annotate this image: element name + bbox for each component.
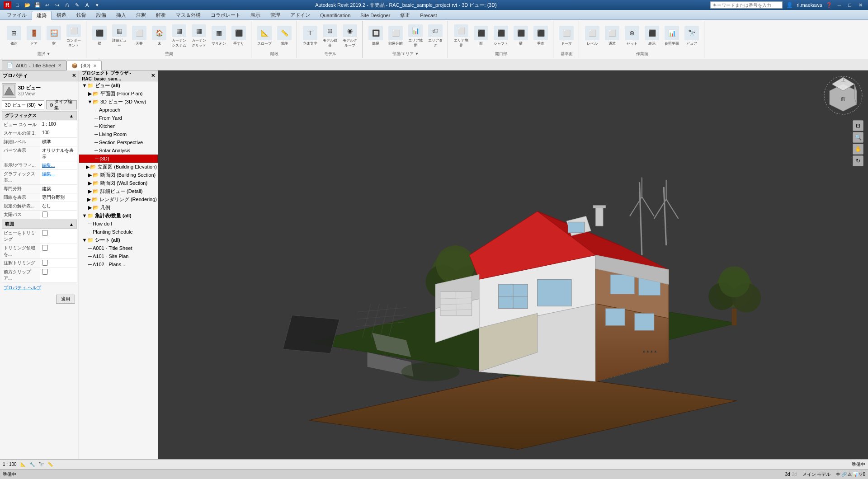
ribbon-btn-カーテングリッド[interactable]: ▦カーテングリッド <box>189 23 208 49</box>
ribbon-btn-室[interactable]: 🪟室 <box>44 23 63 49</box>
ribbon-btn-垂直[interactable]: ⬛垂直 <box>531 23 550 49</box>
tab-設備[interactable]: 設備 <box>91 10 111 19</box>
tab-Quantification[interactable]: Quantification <box>315 10 355 19</box>
property-help-link[interactable]: プロパティ ヘルプ <box>2 283 77 293</box>
tab-解析[interactable]: 解析 <box>151 10 171 19</box>
ribbon-btn-詳細ビュー[interactable]: ▦詳細ビュー <box>110 23 129 49</box>
tree-fromyard[interactable]: ─ From Yard <box>79 114 158 122</box>
ribbon-btn-手すり[interactable]: ⬛手すり <box>229 23 248 49</box>
ribbon-btn-カーテンシステム[interactable]: ▦カーテンシステム <box>170 23 189 49</box>
prop-value[interactable] <box>40 211 77 219</box>
prop-value[interactable] <box>40 268 77 282</box>
tree-kitchen[interactable]: ─ Kitchen <box>79 122 158 130</box>
ribbon-btn-エリア境界[interactable]: ⬜エリア境界 <box>452 23 471 49</box>
qa-undo[interactable]: ↩ <box>43 1 52 9</box>
tree-schedules-root[interactable]: ▼ 📁 集計表/数量 (all) <box>79 211 158 220</box>
prop-value[interactable]: 専門分野別 <box>40 193 77 202</box>
trim-region-checkbox[interactable] <box>42 245 48 251</box>
tab-コラボレート[interactable]: コラボレート <box>206 10 245 19</box>
tree-3dview[interactable]: ▼ 📂 3D ビュー (3D View) <box>79 98 158 106</box>
tab-構造[interactable]: 構造 <box>52 10 71 19</box>
prop-value[interactable]: 100 <box>40 129 77 137</box>
tab-close[interactable]: ✕ <box>58 63 61 68</box>
tab-修正[interactable]: 修正 <box>395 10 415 19</box>
tab-アドイン[interactable]: アドイン <box>285 10 315 19</box>
apply-btn[interactable]: 適用 <box>56 295 75 304</box>
tree-3d-current[interactable]: ─ {3D} <box>79 155 158 163</box>
ribbon-btn-部屋分離[interactable]: ⬜部屋分離 <box>386 23 405 49</box>
tab-Precast[interactable]: Precast <box>415 10 442 19</box>
ribbon-btn-コンポーネント[interactable]: ⬜コンポーネント <box>64 23 83 49</box>
tab-鉄骨[interactable]: 鉄骨 <box>71 10 91 19</box>
ribbon-btn-スロープ[interactable]: 📐スロープ <box>255 23 274 49</box>
qa-print[interactable]: ⎙ <box>63 1 72 9</box>
tab-ファイル[interactable]: ファイル <box>2 10 32 19</box>
annotation-trim-checkbox[interactable] <box>42 260 48 266</box>
tree-a101[interactable]: ─ A101 - Site Plan <box>79 252 158 260</box>
tree-wallsection[interactable]: ▶ 📂 断面図 (Wall Section) <box>79 179 158 187</box>
ribbon-btn-マリオン[interactable]: ▦マリオン <box>209 23 228 49</box>
ribbon-btn-レベル[interactable]: ⬜レベル <box>583 23 602 49</box>
tree-a102[interactable]: ─ A102 - Plans... <box>79 260 158 268</box>
graphics-category[interactable]: グラフィックス ▲ <box>2 111 77 120</box>
search-input[interactable] <box>710 1 783 9</box>
ribbon-btn-床[interactable]: 🏠床 <box>150 23 169 49</box>
tree-approach[interactable]: ─ Approach <box>79 106 158 114</box>
doc-tab-A001 - Title Sheet[interactable]: 📄A001 - Title Sheet✕ <box>2 60 66 70</box>
properties-close-btn[interactable]: ✕ <box>72 73 76 79</box>
doc-tab-{3D}[interactable]: 📦{3D}✕ <box>66 61 101 70</box>
qa-open[interactable]: 📂 <box>23 1 32 9</box>
qa-new[interactable]: □ <box>13 1 22 9</box>
tree-floorplan[interactable]: ▶ 📂 平面図 (Floor Plan) <box>79 89 158 98</box>
tab-Site Designer[interactable]: Site Designer <box>355 10 395 19</box>
ribbon-btn-階段[interactable]: 📏階段 <box>275 23 294 49</box>
ribbon-btn-壁[interactable]: ⬛壁 <box>511 23 530 49</box>
prop-value-link[interactable]: 編集... <box>40 161 77 169</box>
tree-rendering[interactable]: ▶ 📂 レンダリング (Rendering) <box>79 195 158 203</box>
tree-livingroom[interactable]: ─ Living Room <box>79 130 158 138</box>
ribbon-btn-面[interactable]: ⬛面 <box>472 23 491 49</box>
ribbon-btn-セット[interactable]: ⊕セット <box>623 23 642 49</box>
prop-value-link[interactable]: 編集... <box>40 170 77 184</box>
prop-value[interactable]: 1 : 100 <box>40 121 77 129</box>
prop-value[interactable]: 建築 <box>40 185 77 193</box>
prop-value[interactable]: オリジナルを表示 <box>40 146 77 161</box>
prop-value[interactable] <box>40 229 77 244</box>
ribbon-btn-ビュア[interactable]: 🔭ビュア <box>682 23 701 49</box>
front-clip-checkbox[interactable] <box>42 269 48 275</box>
qa-dropdown[interactable]: ▾ <box>93 1 102 9</box>
ribbon-btn-壁[interactable]: ⬛壁 <box>90 23 109 49</box>
ribbon-btn-ドア[interactable]: 🚪ドア <box>24 23 43 49</box>
tree-detail[interactable]: ▶ 📂 詳細ビュー (Detail) <box>79 187 158 195</box>
tree-a001[interactable]: ─ A001 - Title Sheet <box>79 244 158 252</box>
ribbon-btn-エリア境界[interactable]: 📊エリア境界 <box>406 23 425 49</box>
ribbon-btn-参照平面[interactable]: 📊参照平面 <box>662 23 681 49</box>
sun-path-checkbox[interactable] <box>42 211 48 217</box>
tree-buildingsection[interactable]: ▶ 📂 断面図 (Building Section) <box>79 171 158 179</box>
project-browser-close[interactable]: ✕ <box>151 73 155 79</box>
qa-extra[interactable]: A <box>83 1 92 9</box>
qa-redo[interactable]: ↪ <box>53 1 62 9</box>
minimize-btn[interactable]: ─ <box>836 2 843 8</box>
ribbon-btn-シャフト[interactable]: ⬛シャフト <box>491 23 510 49</box>
ribbon-btn-部屋[interactable]: 🔲部屋 <box>366 23 385 49</box>
zoom-to-fit-btn[interactable]: ⊡ <box>853 120 863 131</box>
ribbon-btn-天井[interactable]: ⬜天井 <box>130 23 149 49</box>
tab-close[interactable]: ✕ <box>93 63 97 68</box>
help-btn[interactable]: ❓ <box>826 2 832 8</box>
view-cube[interactable]: 前 上 <box>823 75 863 116</box>
ribbon-btn-ドーマ[interactable]: ⬜ドーマ <box>557 23 576 49</box>
ribbon-btn-モデル線分[interactable]: ⊞モデル線分 <box>321 23 340 49</box>
pan-btn[interactable]: ✋ <box>853 144 863 155</box>
tree-sheets-root[interactable]: ▼ 📁 シート (all) <box>79 236 158 244</box>
qa-save[interactable]: 💾 <box>33 1 42 9</box>
tree-legend[interactable]: ▶ 📂 凡例 <box>79 203 158 211</box>
tab-管理[interactable]: 管理 <box>265 10 285 19</box>
ribbon-btn-モデルグループ[interactable]: ◉モデルグループ <box>340 23 359 49</box>
tab-建築[interactable]: 建築 <box>32 11 52 20</box>
prop-value[interactable] <box>40 244 77 258</box>
tree-howdoi[interactable]: ─ How do I <box>79 220 158 228</box>
prop-value[interactable]: なし <box>40 202 77 210</box>
orbit-btn[interactable]: ↻ <box>853 155 863 166</box>
tab-挿入[interactable]: 挿入 <box>111 10 131 19</box>
